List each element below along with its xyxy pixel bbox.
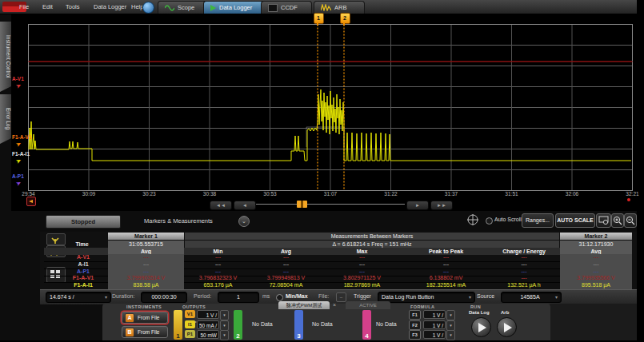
duration-label: Duration: — [112, 293, 134, 299]
x-tick-label: 30:23 — [138, 191, 161, 197]
arb-run-button[interactable] — [497, 317, 517, 337]
marker2-header[interactable]: Marker 2 — [560, 233, 632, 240]
markers-dropdown-button[interactable]: ⌄ — [238, 216, 250, 227]
cell-A-I1-min: --- — [184, 261, 252, 268]
output-scale-dropdown-icon[interactable]: ▾ — [220, 320, 229, 331]
menu-file[interactable]: File — [19, 0, 29, 14]
duration-value[interactable]: 000:00:30 — [141, 292, 187, 303]
trace-marker-arrow[interactable]: ➤ — [14, 82, 22, 90]
scroll-track[interactable] — [256, 204, 405, 205]
instruments-header: INSTRUMENTS — [126, 304, 162, 309]
output-scale-V1[interactable]: 1 V / — [197, 310, 219, 319]
formula-scale-dropdown-icon[interactable]: ▾ — [446, 320, 455, 331]
formula-scale-F2[interactable]: 1 V / — [423, 320, 446, 329]
tab-data-logger[interactable]: Data Logger — [203, 1, 266, 14]
cell-F1-A-V1-m1: 3.799903514 V — [108, 275, 184, 282]
cell-A-V1-ce: --- — [488, 254, 560, 260]
x-tick-label: 30:09 — [78, 191, 100, 197]
info-icon[interactable] — [142, 2, 154, 14]
period-unit: ms — [262, 293, 270, 299]
marker-flag-2[interactable]: 2 — [340, 13, 350, 24]
channel3-bar[interactable]: 3 — [294, 310, 303, 340]
cell-A-P1-label: A-P1 — [60, 268, 106, 275]
waveform-chart — [0, 0, 637, 211]
x-tick-label: 31:51 — [501, 191, 523, 197]
cell-A-P1-m1: --- — [108, 268, 184, 276]
trigger-dropdown[interactable]: Data Log Run Button ▾ — [378, 292, 475, 303]
data-log-run-button[interactable] — [471, 317, 491, 337]
channel2-bar[interactable]: 2 — [234, 310, 242, 340]
marker1-header[interactable]: Marker 1 — [108, 233, 184, 240]
minmax-checkbox[interactable] — [276, 294, 283, 301]
cell-F1-A-I1-avg: 72.08504 mA — [252, 282, 320, 288]
zoom-out-button[interactable] — [624, 213, 637, 228]
output-badge-I1: I1 — [185, 320, 195, 328]
scroll-handle[interactable] — [297, 201, 307, 208]
channel3-no-data: No Data — [312, 321, 333, 327]
scroll-forward-button[interactable]: ► — [406, 201, 429, 210]
channel4-no-data: No Data — [376, 321, 397, 327]
sidebar-tab-error-log[interactable]: Error Log — [0, 94, 11, 144]
channel1-bar[interactable]: 1 — [174, 310, 182, 340]
sidebar-tab-instrument-control[interactable]: Instrument Control — [0, 22, 11, 92]
pan-center-icon[interactable] — [466, 213, 479, 226]
period-input[interactable]: 1 — [218, 292, 259, 303]
formula-badge-F3[interactable]: F3 — [409, 330, 421, 340]
time-div-dropdown[interactable]: 14.674 s / ▾ — [46, 292, 111, 303]
file-tab-close-icon[interactable]: × — [333, 302, 336, 308]
cell-A-I1-m1: --- — [108, 261, 184, 268]
output-scale-P1[interactable]: 50 mW / — [197, 330, 219, 339]
marker-flag-1[interactable]: 1 — [314, 13, 324, 24]
channel4-bar[interactable]: 4 — [362, 310, 371, 340]
auto-scroll-radio[interactable] — [486, 217, 493, 225]
file-tab[interactable]: 脉冲式PWM测试 — [278, 301, 330, 309]
screenshot-button[interactable] — [596, 213, 611, 228]
trace-label-A-P1: A-P1 — [12, 173, 24, 179]
formula-badge-F1[interactable]: F1 — [409, 310, 421, 320]
formula-scale-F3[interactable]: 1 V / — [423, 330, 446, 339]
cell-A-P1-ptp: --- — [404, 268, 488, 275]
cell-F1-A-V1-ptp: 6.138802 mV — [404, 275, 488, 281]
data-log-label: Data Log — [469, 310, 490, 315]
zoom-in-button[interactable] — [611, 213, 624, 228]
trace-marker-arrow[interactable]: ➤ — [14, 179, 22, 188]
cell-F1-A-I1-label: F1-A-I1 — [60, 282, 106, 288]
trace-marker-arrow[interactable]: ➤ — [14, 140, 22, 149]
tab-arb[interactable]: ARB — [314, 1, 365, 14]
output-scale-I1[interactable]: 50 mA / — [197, 320, 219, 329]
cell-A-I1-m2: --- — [560, 261, 632, 268]
instrument-a-button[interactable]: A From File — [122, 312, 168, 324]
x-tick-label: 31:37 — [440, 191, 462, 197]
formula-scale-dropdown-icon[interactable]: ▾ — [446, 310, 455, 320]
formula-scale-F1[interactable]: 1 V / — [423, 310, 446, 319]
cell-A-V1-avg: --- — [252, 254, 320, 260]
output-badge-P1: P1 — [185, 330, 195, 338]
collapse-button[interactable]: – — [336, 292, 346, 302]
scroll-fastforward-button[interactable]: ►► — [430, 201, 453, 210]
output-scale-dropdown-icon[interactable]: ▾ — [220, 330, 229, 340]
scroll-back-button[interactable]: ◄ — [234, 201, 256, 210]
ranges-button[interactable]: Ranges... — [522, 213, 554, 228]
active-tab[interactable]: ACTIVE — [346, 301, 390, 309]
scroll-rewind-button[interactable]: ◄◄ — [210, 201, 232, 210]
instrument-b-button[interactable]: B From File — [122, 326, 168, 338]
menu-edit[interactable]: Edit — [42, 0, 53, 14]
minmax-label: Min/Max — [286, 293, 308, 299]
formula-scale-dropdown-icon[interactable]: ▾ — [446, 330, 455, 340]
source-dropdown[interactable]: 14585A ▾ — [501, 292, 562, 303]
menu-data-logger[interactable]: Data Logger — [94, 0, 126, 14]
output-scale-dropdown-icon[interactable]: ▾ — [220, 310, 229, 320]
cell-F1-A-V1-min: 3.796832323 V — [184, 275, 252, 281]
tab-ccdf[interactable]: CCDF — [261, 1, 312, 14]
arb-waveform-icon — [321, 4, 331, 11]
cell-A-V1-label: A-V1 — [60, 254, 106, 260]
menu-tools[interactable]: Tools — [66, 0, 80, 14]
cell-F1-A-I1-min: 653.176 µA — [184, 282, 252, 288]
auto-scale-button[interactable]: AUTO SCALE — [555, 213, 595, 228]
play-icon — [210, 5, 216, 11]
arb-label: Arb — [501, 310, 509, 315]
trace-label-A-V1: A-V1 — [12, 76, 24, 82]
formula-badge-F2[interactable]: F2 — [409, 320, 421, 330]
instrument-a-badge: A — [125, 313, 134, 323]
trace-marker-arrow[interactable]: ➤ — [14, 157, 22, 165]
